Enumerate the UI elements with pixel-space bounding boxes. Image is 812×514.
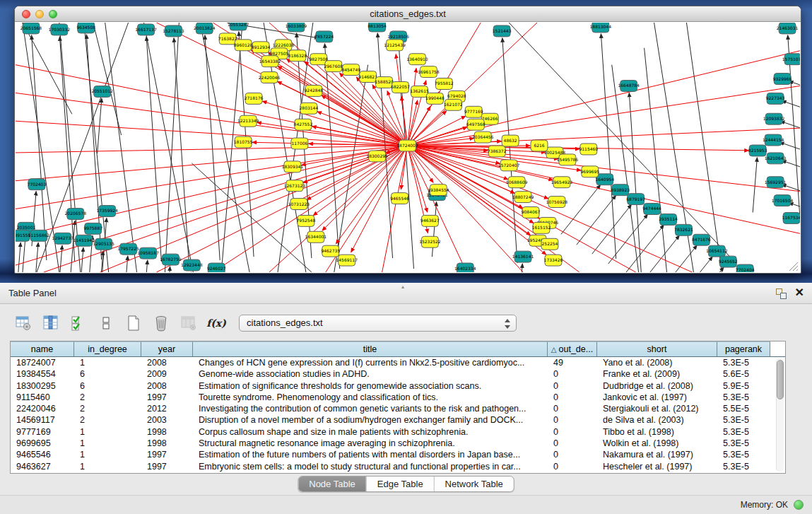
network-node[interactable]: 12942737 [52, 233, 74, 244]
column-header-name[interactable]: name [11, 341, 74, 356]
network-node[interactable]: 16961758 [418, 66, 440, 78]
select-columns-button[interactable] [42, 314, 60, 332]
network-node[interactable]: 6497568 [466, 119, 486, 130]
network-node[interactable]: 17359924 [96, 206, 118, 217]
network-node[interactable]: 252254 [541, 238, 558, 250]
table-row[interactable]: 1938455462009Genome-wide association stu… [11, 368, 785, 380]
network-node[interactable]: 9245652 [719, 256, 738, 267]
table-selector[interactable]: citations_edges.txt [239, 315, 517, 332]
network-node[interactable]: 48632 [502, 135, 519, 146]
network-node[interactable]: 1521443 [493, 25, 512, 37]
network-node[interactable]: 15278113 [163, 25, 184, 37]
float-panel-button[interactable] [776, 288, 787, 299]
network-node[interactable]: 9465546 [390, 193, 409, 204]
network-node[interactable]: 16344001 [305, 231, 327, 243]
network-node[interactable]: 8427552 [294, 119, 313, 130]
network-node[interactable]: 8215953 [748, 145, 767, 156]
network-node[interactable]: 9634508 [76, 23, 95, 33]
network-node[interactable]: 16648784 [618, 81, 640, 92]
network-node[interactable]: 18807249 [512, 192, 534, 203]
column-header-out_degree[interactable]: △out_de... [548, 341, 597, 356]
network-node[interactable]: 6216 [531, 140, 548, 151]
vertical-scrollbar[interactable] [776, 358, 784, 472]
row-height-button[interactable] [97, 314, 115, 332]
network-node[interactable]: 1990448 [425, 93, 445, 104]
new-table-button[interactable] [124, 314, 143, 332]
column-header-short[interactable]: short [597, 341, 717, 356]
table-row[interactable]: 969969511998Structural magnetic resonanc… [11, 438, 785, 449]
splitter-handle[interactable]: ▴ [401, 284, 404, 290]
network-node[interactable]: 9474444 [642, 204, 661, 215]
network-node[interactable]: 13640910 [406, 54, 428, 65]
network-node[interactable]: 12905135 [93, 238, 114, 250]
network-node[interactable]: 22420046 [259, 72, 281, 83]
network-node[interactable]: 7955812 [435, 78, 454, 90]
table-row[interactable]: 1830029562008Estimation of significance … [11, 380, 785, 392]
network-node[interactable]: 10553287 [228, 23, 249, 30]
table-row[interactable]: 1872400712008Changes of HCN gene express… [11, 357, 785, 368]
tab-node-table[interactable]: Node Table [298, 477, 366, 491]
network-node[interactable]: 16033809 [286, 23, 307, 32]
network-node[interactable]: 7386372 [488, 146, 507, 157]
network-node[interactable]: 21463031 [777, 23, 799, 34]
network-node[interactable]: 9242848 [305, 85, 324, 96]
network-node[interactable]: 10731223 [288, 199, 310, 210]
network-node[interactable]: 7857224 [315, 31, 334, 42]
network-node[interactable]: 9115460 [579, 144, 598, 155]
column-header-pagerank[interactable]: pagerank [717, 341, 770, 356]
network-node[interactable]: 20551012 [91, 86, 113, 97]
network-node[interactable]: 2803144 [300, 103, 319, 114]
network-node[interactable]: 9975887 [83, 223, 102, 234]
delete-table-button[interactable] [152, 314, 170, 332]
network-node[interactable]: 1621072 [444, 99, 463, 110]
network-node[interactable]: 18813044 [590, 23, 612, 33]
column-header-title[interactable]: title [193, 341, 548, 356]
network-node[interactable]: 9246027 [207, 263, 226, 272]
network-node[interactable]: 1810755 [234, 136, 253, 148]
table-settings-button[interactable] [14, 314, 33, 332]
close-panel-button[interactable]: ✕ [795, 286, 804, 300]
table-row[interactable]: 2242004622012Investigating the contribut… [11, 403, 785, 414]
network-node[interactable]: 16617137 [135, 24, 157, 35]
tab-network-table[interactable]: Network Table [434, 477, 514, 491]
column-header-in_degree[interactable]: in_degree [74, 341, 141, 356]
tab-edge-table[interactable]: Edge Table [366, 477, 434, 491]
network-node[interactable]: 9329966 [773, 74, 792, 85]
network-node[interactable]: 14136141 [512, 251, 534, 262]
network-node[interactable]: 10654112 [706, 245, 728, 257]
network-node[interactable]: 15495786 [557, 154, 579, 165]
network-node[interactable]: 19384554 [428, 185, 449, 196]
memory-indicator[interactable] [794, 500, 804, 510]
network-node[interactable]: 1733426 [544, 255, 563, 266]
network-node[interactable]: 10958187 [137, 247, 159, 259]
network-node[interactable]: 2718176 [245, 93, 264, 104]
import-table-button[interactable] [180, 314, 198, 332]
network-node[interactable]: 7832621 [674, 224, 693, 235]
network-window-titlebar[interactable]: citations_edges.txt [15, 6, 801, 22]
network-window[interactable]: citations_edges.txt 20651568170303329634… [14, 6, 801, 274]
network-node[interactable]: 20013824 [194, 23, 216, 34]
network-node[interactable]: 9462735 [321, 245, 340, 257]
column-header-year[interactable]: year [141, 341, 193, 356]
network-node[interactable]: 20364456 [472, 132, 494, 143]
network-node[interactable]: 12673123 [284, 180, 306, 192]
network-node[interactable]: 16543382 [259, 56, 281, 67]
network-node[interactable]: 16782759 [160, 254, 182, 265]
network-node[interactable]: 8471676 [692, 234, 711, 245]
network-node[interactable]: 8938923 [611, 185, 630, 196]
network-node[interactable]: 17030332 [49, 24, 71, 35]
network-node[interactable]: 8186328 [288, 50, 307, 62]
network-node[interactable]: 12923448 [181, 259, 203, 271]
network-node[interactable]: 17016504 [772, 195, 794, 206]
network-node[interactable]: 11451942 [73, 235, 95, 246]
network-view-canvas[interactable]: 2065156817030332963450816617137152781132… [16, 23, 800, 272]
network-node[interactable]: 9699695 [580, 166, 599, 177]
network-node[interactable]: 14569117 [336, 255, 358, 266]
network-node[interactable]: 12444154 [763, 134, 784, 146]
network-node[interactable]: 1615152 [532, 222, 551, 233]
network-node[interactable]: 7702404 [736, 264, 755, 272]
network-node[interactable]: 6879197 [626, 194, 645, 205]
network-node[interactable]: 15751074 [782, 54, 800, 65]
network-node[interactable]: 15692951 [765, 177, 787, 188]
network-node[interactable]: 15232522 [419, 236, 441, 247]
